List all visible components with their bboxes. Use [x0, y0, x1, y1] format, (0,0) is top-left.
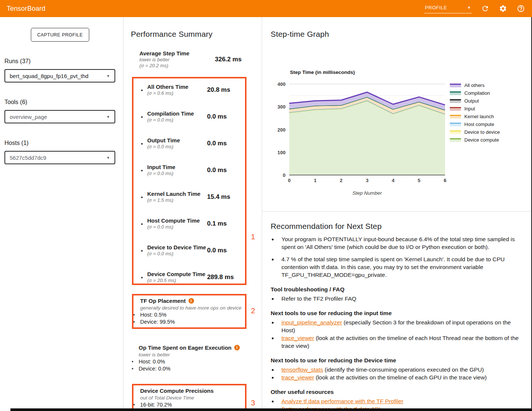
chart-y-axis-title: Step Time (in milliseconds): [290, 69, 355, 75]
metric-label: Kernel Launch Time: [147, 191, 200, 197]
chevron-down-icon: ▼: [467, 6, 471, 10]
recommendation-item: input_pipeline_analyzer (especially Sect…: [278, 318, 523, 334]
link[interactable]: input_pipeline_analyzer: [281, 319, 342, 326]
svg-text:1: 1: [314, 178, 316, 183]
metric-label: Device to Device Time: [147, 244, 206, 250]
legend-label: Compilation: [464, 91, 490, 96]
app-header: TensorBoard PROFILE ▼: [0, 0, 532, 17]
svg-text:200: 200: [277, 127, 286, 133]
bullet-icon: •: [133, 311, 140, 318]
metric-sigma: (σ = 0.0 ms): [147, 224, 207, 230]
bullet-icon: •: [141, 87, 147, 93]
metric-value: 20.8 ms: [207, 86, 230, 94]
link[interactable]: tensorflow_stats: [281, 366, 323, 373]
section-title: Op Time Spent on Eager Executioni: [139, 344, 246, 351]
recommendation-item: Analyze tf.data performance with the TF …: [278, 397, 523, 405]
metric-value: 0.0 ms: [207, 113, 227, 120]
metric-label: Output Time: [147, 137, 180, 143]
tools-select[interactable]: overview_page ▼: [4, 110, 115, 123]
info-icon[interactable]: i: [188, 298, 194, 304]
section-item: •Device: 0.0%: [132, 365, 246, 372]
legend-item: Output: [450, 98, 500, 103]
svg-text:3: 3: [366, 178, 368, 183]
bullet-icon: •: [141, 247, 147, 254]
link[interactable]: trace_viewer: [281, 335, 314, 341]
legend-swatch: [450, 130, 461, 134]
legend-swatch: [450, 84, 461, 87]
metric-row: •Kernel Launch Time(σ = 1.5 ms)15.4 ms: [133, 191, 245, 203]
metric-row: •All Others Time(σ = 0.6 ms)20.8 ms: [133, 84, 245, 96]
info-icon[interactable]: i: [234, 345, 240, 350]
metric-sigma: (σ = 0.0 ms): [147, 144, 207, 150]
recommendation-item: trace_viewer (look at the activities on …: [278, 334, 523, 350]
annotation-box-3: Device Compute Precisionsout of Total De…: [132, 384, 246, 411]
metric-sigma: (σ = 0.0 ms): [147, 251, 207, 257]
metric-value: 0.0 ms: [207, 166, 227, 174]
tools-label: Tools (6): [4, 99, 123, 106]
hosts-select-value: 5627c5dd7dc9: [10, 155, 106, 161]
chart-legend: All othersCompilationOutputInputKernel l…: [450, 83, 500, 145]
section-subtitle: out of Total Device Time: [140, 395, 245, 401]
settings-icon[interactable]: [499, 4, 507, 13]
svg-text:5: 5: [418, 178, 420, 183]
annotation-box-2: TF Op Placementigenerally desired to hav…: [132, 294, 246, 329]
dashboard-selector[interactable]: PROFILE ▼: [424, 4, 472, 13]
section-subtitle: lower is better: [139, 352, 246, 358]
runs-select-value: bert_squad_8gpu_fp16_pvt_thd: [10, 73, 106, 79]
chart-x-axis-label: Step Number: [289, 190, 445, 196]
header-toolbar: PROFILE ▼: [424, 4, 525, 13]
legend-item: Compilation: [450, 91, 500, 96]
step-time-graph-card: Step-time Graph Step Time (in millisecon…: [262, 30, 532, 211]
metric-row: •Device Compute Time(σ = 20.5 ms)289.8 m…: [133, 271, 245, 284]
recommendation-subheading: Next tools to use for reducing the input…: [271, 309, 526, 317]
chevron-down-icon: ▼: [106, 74, 110, 78]
legend-item: Input: [450, 106, 500, 111]
metric-subtitle: lower is better: [139, 57, 215, 63]
bullet-icon: •: [141, 114, 147, 120]
recommendation-item: Refer to the TF2 Profiler FAQ: [278, 295, 523, 302]
bullet-icon: •: [133, 401, 140, 408]
hosts-label: Hosts (1): [4, 140, 123, 146]
bullet-icon: •: [132, 365, 139, 372]
runs-select[interactable]: bert_squad_8gpu_fp16_pvt_thd ▼: [4, 69, 115, 82]
runs-label: Runs (37): [4, 58, 123, 65]
metric-sigma: (σ = 0.0 ms): [147, 117, 207, 123]
link[interactable]: Analyze tf.data performance with the TF …: [281, 398, 403, 404]
bottom-edge-bar: [10, 408, 532, 411]
section-item: •Host: 0.0%: [132, 358, 246, 365]
legend-label: Output: [464, 98, 479, 103]
metric-sigma: (σ = 20.5 ms): [147, 278, 207, 284]
refresh-icon[interactable]: [481, 4, 490, 13]
metric-label: Input Time: [147, 164, 175, 170]
metric-sigma: (σ = 0.6 ms): [147, 90, 207, 96]
legend-label: Host compute: [464, 122, 494, 127]
help-icon[interactable]: [516, 4, 525, 13]
metric-label: All Others Time: [147, 84, 188, 90]
annotation-number-1: 1: [251, 233, 255, 241]
metric-row: •Host Compute Time(σ = 0.0 ms)0.1 ms: [133, 217, 245, 230]
legend-swatch: [450, 107, 461, 111]
chevron-down-icon: ▼: [106, 156, 110, 160]
svg-text:300: 300: [277, 104, 286, 110]
metric-value: 15.4 ms: [207, 193, 230, 201]
annotation-box-1: •All Others Time(σ = 0.6 ms)20.8 ms•Comp…: [132, 77, 246, 285]
recommendation-subheading: Other useful resources: [271, 388, 526, 396]
legend-swatch: [450, 115, 461, 119]
recommendation-bullet: 4.7 % of the total step time sampled is …: [278, 255, 523, 279]
recommendation-item: trace_viewer (look at the activities on …: [278, 373, 523, 381]
metric-sigma: (σ = 0.0 ms): [147, 171, 207, 177]
capture-profile-button[interactable]: CAPTURE PROFILE: [31, 28, 89, 42]
metric-row: •Input Time(σ = 0.0 ms)0.0 ms: [133, 164, 245, 177]
step-time-graph-title: Step-time Graph: [271, 30, 532, 39]
svg-text:6: 6: [444, 178, 446, 183]
dashboard-selector-value: PROFILE: [425, 5, 447, 10]
section-subtitle: generally desired to have more ops on de…: [140, 305, 245, 311]
performance-summary-panel: Performance Summary Average Step Time lo…: [123, 17, 262, 411]
recommendation-bullet: Your program is POTENTIALLY input-bound …: [278, 235, 523, 251]
annotation-number-2: 2: [251, 307, 255, 315]
hosts-select[interactable]: 5627c5dd7dc9 ▼: [4, 151, 115, 164]
link[interactable]: trace_viewer: [281, 374, 314, 381]
legend-item: Device to device: [450, 130, 500, 135]
metric-value: 0.0 ms: [207, 140, 227, 147]
bullet-icon: •: [132, 358, 139, 365]
